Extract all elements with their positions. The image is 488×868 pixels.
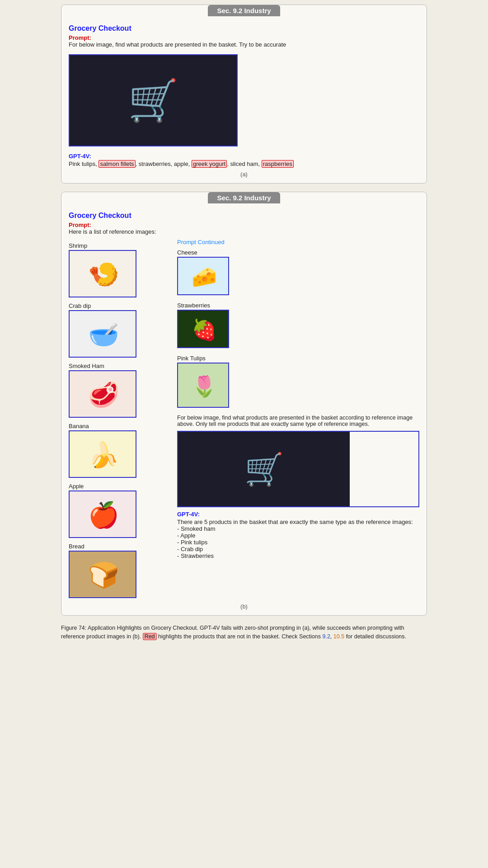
ref-label-tulips: Pink Tulips (177, 355, 419, 362)
shrimp-emoji: 🍤 (70, 251, 136, 297)
apple-emoji: 🍎 (70, 491, 136, 538)
ref-img-shrimp: 🍤 (69, 250, 136, 297)
basket-prompt-text: For below image, find what products are … (177, 415, 419, 427)
ref-item-strawberries: Strawberries 🍓 (177, 302, 419, 351)
figure-caption-link-92[interactable]: 9.2 (322, 633, 330, 640)
section-header-a: Sec. 9.2 Industry (208, 5, 280, 16)
gpt4v-item-1: - Smoked ham (177, 525, 216, 532)
figure-caption-after: highlights the products that are not in … (157, 633, 323, 640)
panel-a-prompt-text: For below image, find what products are … (69, 41, 286, 48)
figure-caption: Figure 74: Application Highlights on Gro… (61, 624, 427, 641)
banana-emoji: 🍌 (70, 431, 136, 478)
ref-item-banana: Banana 🍌 (69, 423, 173, 479)
ref-item-tulips: Pink Tulips 🌷 (177, 355, 419, 411)
figure-caption-end: for detailed discussions. (344, 633, 406, 640)
tulips-emoji: 🌷 (178, 363, 229, 408)
ref-item-shrimp: Shrimp 🍤 (69, 242, 173, 299)
ref-label-strawberries: Strawberries (177, 302, 419, 309)
panel-b-two-col: Shrimp 🍤 Crab dip 🥣 Smoked Ham 🥩 (69, 239, 419, 599)
panel-a-title: Grocery Checkout (69, 24, 419, 33)
basket-emoji-a: 🛒 (128, 77, 178, 124)
gpt4v-item-2: - Apple (177, 532, 195, 539)
ref-item-crab: Crab dip 🥣 (69, 302, 173, 359)
figure-caption-red-label: Red (143, 633, 157, 640)
gpt4v-intro: There are 5 products in the basket that … (177, 519, 413, 525)
prompt-continued-label: Prompt Continued (177, 239, 419, 245)
panel-a: Sec. 9.2 Industry Grocery Checkout Promp… (61, 5, 427, 184)
basket-emoji-b: 🛒 (244, 451, 284, 488)
panel-a-gpt4v-response: Pink tulips, salmon fillets, strawberrie… (69, 160, 419, 167)
ref-img-banana: 🍌 (69, 430, 136, 478)
panel-b-prompt-wrap: Prompt: Here is a list of reference imag… (69, 222, 419, 235)
ham-emoji: 🥩 (70, 371, 136, 418)
ref-label-banana: Banana (69, 423, 173, 429)
ref-img-cheese: 🧀 (177, 257, 229, 295)
crab-emoji: 🥣 (70, 311, 136, 358)
panel-b-prompt-text: Here is a list of reference images: (69, 228, 156, 235)
panel-b-title: Grocery Checkout (69, 212, 419, 220)
section-header-b-wrap: Sec. 9.2 Industry (61, 192, 427, 208)
section-header-b: Sec. 9.2 Industry (208, 192, 280, 203)
ref-item-bread: Bread 🍞 (69, 543, 173, 599)
ref-label-cheese: Cheese (177, 249, 419, 256)
panel-b-gpt4v-response: There are 5 products in the basket that … (177, 519, 419, 559)
ref-img-bread: 🍞 (69, 551, 136, 598)
ref-label-ham: Smoked Ham (69, 363, 173, 369)
panel-a-prompt-label: Prompt: (69, 34, 91, 41)
panel-a-content: Grocery Checkout Prompt: For below image… (61, 24, 427, 169)
panel-b-content: Grocery Checkout Prompt: Here is a list … (61, 212, 427, 601)
ref-img-strawberries: 🍓 (177, 310, 229, 348)
ref-img-crab: 🥣 (69, 310, 136, 358)
ref-img-tulips: 🌷 (177, 363, 229, 408)
gpt4v-item-4: - Crab dip (177, 546, 203, 552)
section-header-a-wrap: Sec. 9.2 Industry (61, 5, 427, 21)
ref-label-bread: Bread (69, 543, 173, 550)
panel-b-prompt-label: Prompt: (69, 222, 91, 228)
figure-caption-link-105[interactable]: 10.5 (333, 633, 344, 640)
gpt4v-text-2: , strawberries, apple, (136, 160, 192, 167)
gpt4v-item-3: - Pink tulips (177, 539, 207, 546)
ref-label-shrimp: Shrimp (69, 242, 173, 249)
ref-item-ham: Smoked Ham 🥩 (69, 363, 173, 419)
strawberries-emoji: 🍓 (178, 311, 229, 348)
bread-emoji: 🍞 (70, 552, 136, 598)
ref-img-ham: 🥩 (69, 370, 136, 418)
panel-a-caption: (a) (61, 171, 427, 178)
ref-label-crab: Crab dip (69, 302, 173, 309)
panel-b: Sec. 9.2 Industry Grocery Checkout Promp… (61, 192, 427, 616)
ref-label-apple: Apple (69, 483, 173, 490)
panel-a-basket-img-placeholder: 🛒 (70, 55, 237, 146)
ref-item-apple: Apple 🍎 (69, 483, 173, 539)
panel-a-basket-image: 🛒 (69, 54, 238, 146)
panel-b-left-col: Shrimp 🍤 Crab dip 🥣 Smoked Ham 🥩 (69, 239, 173, 599)
panel-b-right-col: Prompt Continued Cheese 🧀 Strawberries 🍓… (177, 239, 419, 599)
cheese-emoji: 🧀 (178, 258, 229, 295)
ref-item-cheese: Cheese 🧀 (177, 249, 419, 298)
gpt4v-item-5: - Strawberries (177, 552, 214, 559)
panel-a-gpt4v-label: GPT-4V: (69, 153, 419, 160)
panel-b-basket-img-placeholder: 🛒 (178, 432, 350, 506)
panel-b-basket-image: 🛒 (177, 431, 419, 507)
figure-caption-comma: , (330, 633, 333, 640)
panel-b-caption: (b) (61, 603, 427, 610)
panel-b-gpt4v-label: GPT-4V: (177, 511, 419, 518)
gpt4v-highlight-greek: greek yogurt (192, 160, 227, 168)
gpt4v-text-1: Pink tulips, (69, 160, 99, 167)
ref-img-apple: 🍎 (69, 491, 136, 538)
gpt4v-text-3: , sliced ham, (227, 160, 262, 167)
gpt4v-highlight-salmon: salmon fillets (99, 160, 135, 168)
gpt4v-highlight-raspberries: raspberries (262, 160, 294, 168)
panel-a-prompt-wrap: Prompt: For below image, find what produ… (69, 34, 419, 48)
